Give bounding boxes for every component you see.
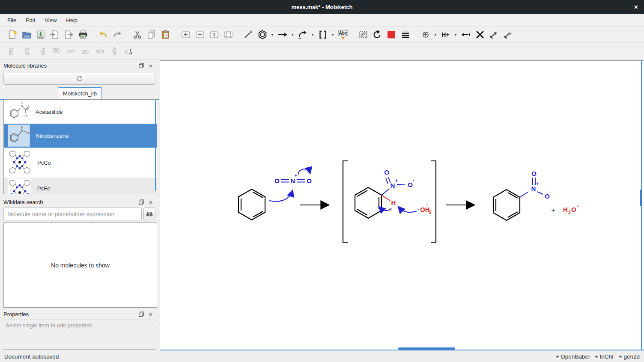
list-item-nitrobenzene[interactable]: N O OH Nitrobenzene xyxy=(4,124,157,148)
charge-minus: - xyxy=(550,189,552,194)
distribute-horizontally-button[interactable] xyxy=(92,45,107,58)
rotate-icon xyxy=(372,30,382,40)
cut-button[interactable] xyxy=(130,28,144,41)
copy-icon xyxy=(146,30,157,40)
main-toolbar: 1 ▾ ▾ ▾ ▾ Abc xyxy=(0,27,644,43)
ring-tool-button[interactable] xyxy=(255,28,269,41)
benzene-ring[interactable] xyxy=(239,189,265,220)
zoom-out-button[interactable] xyxy=(193,28,207,41)
align-left-button[interactable] xyxy=(5,45,20,58)
add-hydrogens-button[interactable] xyxy=(487,28,501,41)
molecule-list-scrollbar[interactable] xyxy=(155,100,156,191)
canvas-hscrollbar-track[interactable] xyxy=(160,350,644,350)
color-button[interactable] xyxy=(384,28,398,41)
atom-label-n: N xyxy=(391,182,395,189)
menu-file[interactable]: File xyxy=(3,14,21,26)
delete-tool-button[interactable] xyxy=(473,28,487,41)
copy-button[interactable] xyxy=(144,28,158,41)
nitronium-ion[interactable]: O N + O xyxy=(274,173,312,184)
curved-arrow-button[interactable] xyxy=(295,28,310,41)
lone-pair-tool-button[interactable] xyxy=(459,28,473,41)
redo-button[interactable] xyxy=(110,28,124,41)
product-ring[interactable] xyxy=(493,190,520,220)
open-document-button[interactable] xyxy=(19,28,33,41)
drawing-canvas[interactable]: O N + O xyxy=(160,60,644,350)
canvas-hscrollbar-thumb[interactable] xyxy=(398,347,455,350)
bond-tool-icon xyxy=(243,30,253,40)
print-button[interactable] xyxy=(76,28,90,41)
list-item-pcfe[interactable]: PcFe xyxy=(4,178,157,194)
ring-tool-dropdown[interactable]: ▾ xyxy=(269,33,275,37)
zoom-original-button[interactable]: 1 xyxy=(207,28,221,41)
properties-hint: Select single item to edit properties xyxy=(6,322,92,329)
add-hydrogens-icon xyxy=(489,30,499,40)
remove-hydrogens-button[interactable] xyxy=(501,28,515,41)
hydronium-ion[interactable]: H 3 O + xyxy=(563,204,579,215)
space-horizontally-button[interactable] xyxy=(63,45,78,58)
wikidata-search-input[interactable] xyxy=(3,208,142,220)
close-panel-button[interactable]: × xyxy=(146,199,155,206)
charge-tool-dropdown[interactable]: ▾ xyxy=(432,33,438,37)
import-button[interactable] xyxy=(48,28,62,41)
zoom-fit-button[interactable] xyxy=(221,28,235,41)
menu-view[interactable]: View xyxy=(40,14,61,26)
mechanism-arrow-ring-to-nitronium[interactable] xyxy=(269,191,292,202)
import-icon xyxy=(50,30,60,40)
mechanism-arrow-pi-to-oxygen[interactable] xyxy=(298,169,310,175)
float-panel-button[interactable] xyxy=(137,312,146,317)
refresh-library-button[interactable] xyxy=(3,73,155,85)
align-top-button[interactable] xyxy=(49,45,63,58)
zoom-in-icon xyxy=(181,30,191,40)
canvas-vscrollbar-thumb[interactable] xyxy=(640,190,642,206)
close-panel-button[interactable]: × xyxy=(146,311,155,318)
charge-tool-button[interactable] xyxy=(418,28,432,41)
save-document-button[interactable] xyxy=(33,28,48,41)
select-tool-button[interactable] xyxy=(356,28,370,41)
sp3-hydrogen[interactable]: H xyxy=(382,195,396,206)
bracket-left[interactable] xyxy=(343,161,348,242)
hydrogen-tool-button[interactable]: H+ xyxy=(438,28,453,41)
arenium-ring[interactable] xyxy=(355,187,382,218)
menu-bar: File Edit View Help xyxy=(0,14,644,27)
hydrogen-tool-dropdown[interactable]: ▾ xyxy=(453,33,459,37)
line-width-button[interactable] xyxy=(398,28,412,41)
menu-help[interactable]: Help xyxy=(61,14,82,26)
undo-button[interactable] xyxy=(96,28,110,41)
zoom-in-button[interactable] xyxy=(179,28,193,41)
menu-edit[interactable]: Edit xyxy=(21,14,40,26)
clean-up-angles-button[interactable] xyxy=(122,45,136,58)
title-bar: mess.msk* - Molsketch × xyxy=(0,0,644,14)
list-item-pcco[interactable]: PcCo xyxy=(4,148,157,178)
close-panel-button[interactable]: × xyxy=(146,62,155,69)
draw-bond-button[interactable] xyxy=(241,28,255,41)
align-bottom-button[interactable] xyxy=(78,45,92,58)
new-file-icon xyxy=(7,30,18,40)
float-panel-button[interactable] xyxy=(137,63,146,68)
reaction-arrow-button[interactable] xyxy=(275,28,289,41)
wikidata-search-button[interactable] xyxy=(143,208,155,220)
nitro-group-product[interactable]: N + O O - xyxy=(520,170,552,200)
new-document-button[interactable] xyxy=(5,28,19,41)
nitro-group-intermediate[interactable]: N + O O - xyxy=(382,169,414,195)
distribute-vertically-button[interactable] xyxy=(107,45,122,58)
list-item-label: Nitrobenzene xyxy=(36,133,69,139)
align-right-button[interactable] xyxy=(34,45,49,58)
curved-arrow-dropdown[interactable]: ▾ xyxy=(310,33,316,37)
base-oh2[interactable]: · OH 2 - xyxy=(417,202,432,215)
align-vertical-center-button[interactable] xyxy=(20,45,34,58)
paste-button[interactable] xyxy=(158,28,173,41)
status-gen2d: + gen2d xyxy=(619,353,640,360)
text-tool-button[interactable]: Abc xyxy=(336,28,350,41)
rotate-tool-button[interactable] xyxy=(370,28,384,41)
tab-molsketch-lib[interactable]: Molsketch_lib xyxy=(58,87,102,99)
bracket-tool-dropdown[interactable]: ▾ xyxy=(330,33,336,37)
mechanism-arrow-base-to-h[interactable] xyxy=(399,207,417,212)
float-panel-button[interactable] xyxy=(137,199,146,205)
align-right-icon xyxy=(37,47,46,56)
bracket-right[interactable] xyxy=(431,161,436,242)
window-close-button[interactable]: × xyxy=(634,0,638,14)
list-item-acetanilide[interactable]: N H O CH₃ Acetanilide xyxy=(4,100,157,124)
reaction-arrow-dropdown[interactable]: ▾ xyxy=(289,33,295,37)
export-button[interactable] xyxy=(62,28,76,41)
bracket-tool-button[interactable] xyxy=(316,28,330,41)
